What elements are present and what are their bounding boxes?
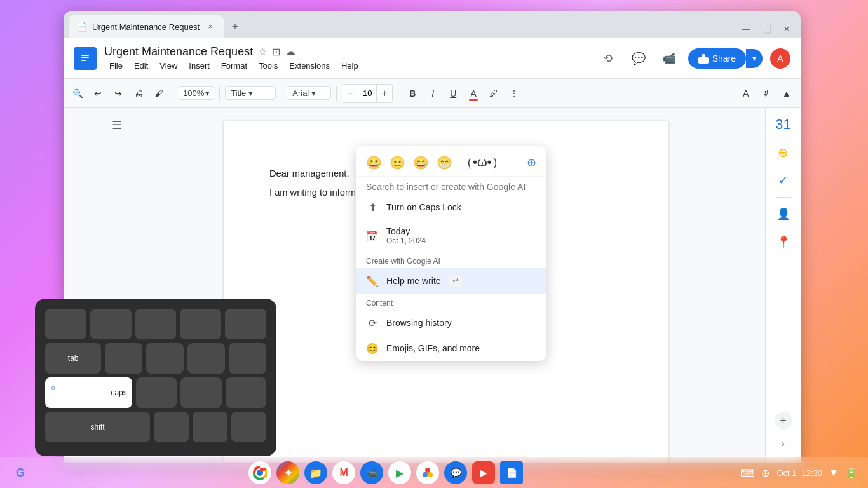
taskbar-gmail[interactable]: M [332, 461, 355, 484]
tab-close-button[interactable]: × [205, 21, 216, 32]
emojis-item[interactable]: 😊 Emojis, GIFs, and more [356, 336, 546, 361]
video-button[interactable]: 📹 [658, 47, 681, 70]
kb-key-11[interactable] [180, 377, 221, 408]
keyboard-row-2: tab [45, 343, 266, 374]
kb-key-7[interactable] [146, 343, 184, 374]
spell-check-button[interactable]: A̲ [737, 85, 755, 102]
menu-view[interactable]: View [154, 60, 182, 72]
emoji-search-input[interactable] [366, 182, 536, 192]
battery-icon[interactable]: 🔋 [845, 466, 858, 479]
star-icon[interactable]: ☆ [258, 46, 267, 58]
voice-typing-button[interactable]: 🎙 [757, 85, 775, 102]
add-panel-btn[interactable]: + [775, 412, 792, 430]
kb-key-13[interactable] [154, 412, 189, 442]
share-button[interactable]: Share [688, 48, 746, 69]
taskbar-chrome[interactable] [248, 461, 271, 484]
text-color-button[interactable]: A [465, 85, 482, 102]
new-tab-button[interactable]: + [226, 18, 244, 36]
keyboard-tray-icon[interactable]: ⌨ [741, 466, 754, 479]
menu-help[interactable]: Help [336, 60, 363, 72]
emoji-smiley-1[interactable]: 😀 [366, 155, 382, 170]
emoji-google-icon[interactable]: ⊕ [527, 156, 536, 170]
font-size-decrease[interactable]: − [342, 85, 358, 102]
kb-shift-key[interactable]: shift [45, 412, 150, 442]
taskbar-files[interactable]: 📁 [304, 461, 327, 484]
kb-key-3[interactable] [135, 309, 177, 339]
kb-key-5[interactable] [225, 309, 266, 339]
emoji-smiley-3[interactable]: 😄 [413, 155, 429, 170]
menu-tools[interactable]: Tools [254, 60, 283, 72]
menu-file[interactable]: File [104, 60, 128, 72]
wifi-icon[interactable]: ▼ [827, 466, 840, 479]
kb-tab-key[interactable]: tab [45, 343, 101, 374]
collapse-toolbar-button[interactable]: ▲ [778, 85, 796, 102]
today-item[interactable]: 📅 Today Oct 1, 2024 [356, 220, 546, 252]
people-panel-btn[interactable]: 👤 [772, 203, 795, 226]
redo-button[interactable]: ↪ [109, 85, 127, 102]
emoji-kaomoji[interactable]: （•ω•） [460, 154, 505, 171]
menu-format[interactable]: Format [216, 60, 252, 72]
caps-lock-label: Turn on Caps Lock [386, 202, 461, 212]
paint-format-button[interactable]: 🖌 [150, 85, 168, 102]
taskbar-assistant[interactable]: ✦ [276, 461, 299, 484]
search-button[interactable]: 🔍 [69, 85, 86, 102]
calendar-panel-btn[interactable]: 31 [772, 113, 795, 136]
kb-key-12[interactable] [226, 377, 266, 408]
kb-key-1[interactable] [45, 309, 86, 339]
more-options-button[interactable]: ⋮ [505, 85, 523, 102]
caps-lock-item[interactable]: ⬆ Turn on Caps Lock [356, 194, 546, 220]
taskbar-meet[interactable]: 📹 [360, 461, 383, 484]
underline-button[interactable]: U [444, 85, 462, 102]
kb-key-10[interactable] [136, 377, 177, 408]
kb-key-4[interactable] [180, 309, 221, 339]
taskbar-messages[interactable]: 💬 [444, 461, 467, 484]
active-tab[interactable]: 📄 Urgent Maintenance Request × [69, 15, 224, 38]
cloud-icon[interactable]: ☁ [285, 46, 295, 58]
zoom-selector[interactable]: 100% ▾ [179, 86, 214, 100]
outline-icon[interactable]: ☰ [112, 118, 122, 132]
style-selector[interactable]: Title ▾ [225, 86, 276, 100]
expand-panel-btn[interactable]: › [775, 435, 792, 452]
taskbar-youtube[interactable]: ▶ [472, 461, 495, 484]
italic-button[interactable]: I [424, 85, 442, 102]
kb-caps-key[interactable]: caps [45, 377, 132, 408]
minimize-button[interactable]: — [737, 20, 755, 38]
highlight-button[interactable]: 🖊 [485, 85, 503, 102]
menu-insert[interactable]: Insert [184, 60, 215, 72]
undo-button[interactable]: ↩ [89, 85, 107, 102]
maximize-button[interactable]: ⬜ [757, 20, 775, 38]
share-label: Share [712, 53, 736, 64]
maps-panel-btn[interactable]: 📍 [772, 231, 795, 254]
menu-extensions[interactable]: Extensions [284, 60, 335, 72]
font-selector[interactable]: Arial ▾ [287, 86, 331, 100]
close-window-button[interactable]: ✕ [778, 20, 796, 38]
help-me-write-item[interactable]: ✏️ Help me write ↵ [356, 268, 546, 294]
folder-icon[interactable]: ⊡ [272, 46, 280, 58]
taskbar-docs[interactable]: 📄 [500, 461, 523, 484]
font-size-increase[interactable]: + [377, 85, 392, 102]
kb-key-15[interactable] [231, 412, 266, 442]
kb-key-8[interactable] [187, 343, 225, 374]
user-avatar[interactable]: A [770, 48, 790, 69]
add-tray-icon[interactable]: ⊕ [759, 466, 771, 479]
share-dropdown-button[interactable]: ▾ [746, 49, 763, 68]
emoji-smiley-2[interactable]: 😐 [390, 155, 405, 170]
history-button[interactable]: ⟲ [597, 47, 620, 70]
kb-key-9[interactable] [229, 343, 266, 374]
tasks-panel-btn[interactable]: ⊕ [772, 141, 795, 164]
kb-key-2[interactable] [90, 309, 132, 339]
browsing-history-item[interactable]: ⟳ Browsing history [356, 310, 546, 336]
google-logo[interactable]: G [10, 463, 31, 483]
kb-key-14[interactable] [193, 412, 227, 442]
taskbar-play[interactable]: ▶ [388, 461, 411, 484]
emoji-smiley-4[interactable]: 😁 [437, 155, 452, 170]
document-title[interactable]: Urgent Maintenance Request [104, 45, 253, 58]
taskbar-photos[interactable] [416, 461, 439, 484]
kb-key-6[interactable] [105, 343, 142, 374]
font-size-value[interactable]: 10 [358, 85, 377, 102]
comments-button[interactable]: 💬 [627, 47, 650, 70]
menu-edit[interactable]: Edit [129, 60, 153, 72]
contacts-panel-btn[interactable]: ✓ [772, 169, 795, 192]
bold-button[interactable]: B [403, 85, 421, 102]
print-button[interactable]: 🖨 [130, 85, 147, 102]
